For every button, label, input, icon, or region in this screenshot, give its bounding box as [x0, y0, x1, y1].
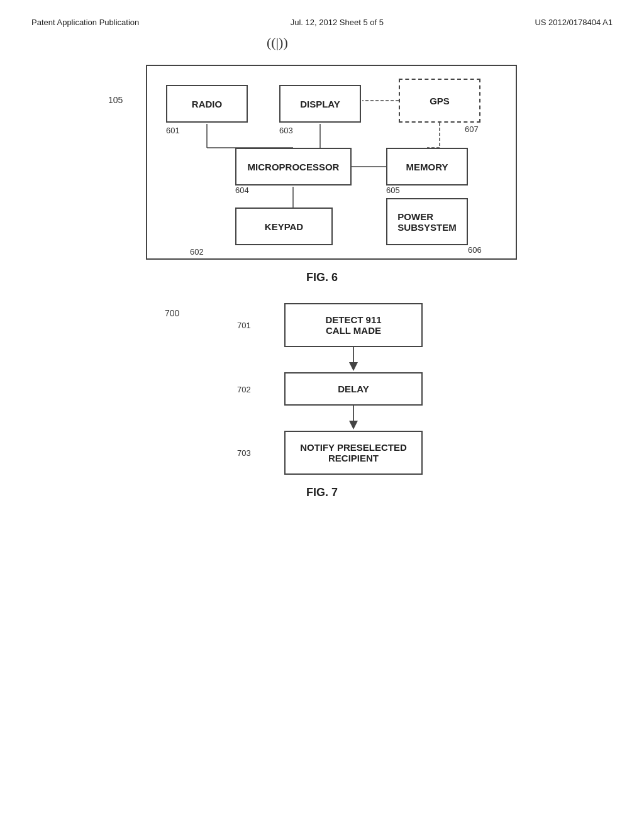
flow-step-2: 702 DELAY: [272, 372, 435, 406]
flow-box-notify: NOTIFY PRESELECTEDRECIPIENT: [284, 431, 423, 475]
antenna-symbol: ((|)): [267, 35, 288, 51]
label-603: 603: [279, 126, 293, 135]
arrow-svg-2: [344, 406, 363, 431]
box-gps: GPS: [399, 79, 480, 123]
box-microprocessor: MICROPROCESSOR: [235, 148, 352, 185]
flow-arrow-1: [344, 347, 363, 372]
box-radio: RADIO: [166, 85, 248, 123]
flow-num-702: 702: [237, 384, 251, 394]
fig6-label-105: 105: [108, 95, 123, 105]
label-606: 606: [468, 245, 482, 255]
page-header: Patent Application Publication Jul. 12, …: [0, 0, 644, 33]
fig7-caption: FIG. 7: [38, 486, 606, 499]
header-left: Patent Application Publication: [31, 18, 139, 27]
flow-box-detect: DETECT 911CALL MADE: [284, 303, 423, 347]
label-601: 601: [166, 126, 180, 135]
fig6-diagram: 105 ((|)): [108, 65, 536, 260]
page-content: 105 ((|)): [0, 33, 644, 531]
flow-step-1: 701 DETECT 911CALL MADE: [272, 303, 435, 347]
header-right: US 2012/0178404 A1: [535, 18, 613, 27]
box-display: DISPLAY: [279, 85, 361, 123]
arrow-svg-1: [344, 347, 363, 372]
fig7-label-700: 700: [165, 308, 179, 318]
label-604: 604: [235, 185, 249, 195]
svg-marker-11: [349, 421, 358, 429]
fig7-diagram: 700 701 DETECT 911CALL MADE 702: [165, 303, 479, 475]
fig6-outer-box: ((|)) RADIO 601: [146, 65, 517, 260]
box-keypad: KEYPAD: [235, 208, 333, 245]
flow-arrow-2: [344, 406, 363, 431]
box-memory: MEMORY: [386, 148, 468, 185]
flow-box-delay: DELAY: [284, 372, 423, 406]
label-607: 607: [465, 124, 479, 134]
svg-marker-9: [349, 362, 358, 371]
label-605: 605: [386, 185, 400, 195]
header-center: Jul. 12, 2012 Sheet 5 of 5: [291, 18, 384, 27]
box-power: POWER SUBSYSTEM: [386, 198, 468, 245]
fig6-caption: FIG. 6: [38, 271, 606, 284]
flow-num-701: 701: [237, 321, 251, 330]
flow-num-703: 703: [237, 448, 251, 458]
flowchart: 701 DETECT 911CALL MADE 702 DELAY: [228, 303, 479, 475]
flow-step-3: 703 NOTIFY PRESELECTEDRECIPIENT: [272, 431, 435, 475]
label-602: 602: [190, 247, 204, 257]
